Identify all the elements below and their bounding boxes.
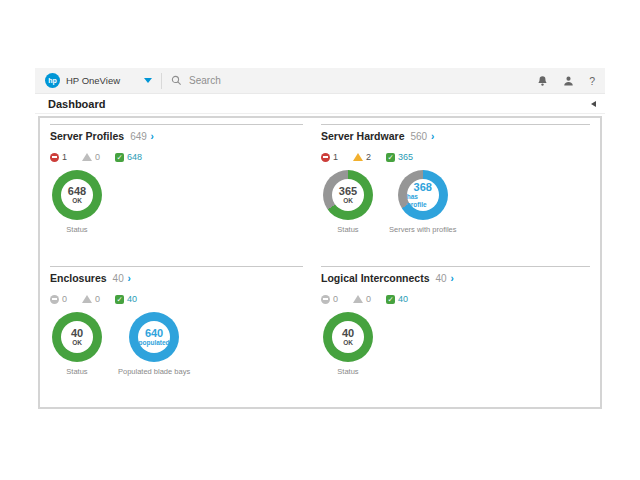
donut-value: 40 bbox=[342, 328, 354, 339]
panel-header: Logical Interconnects40 › bbox=[321, 272, 590, 284]
dashboard-content: Server Profiles649 ›10648648OKStatusServ… bbox=[38, 116, 602, 409]
donut-center: 40OK bbox=[61, 321, 93, 353]
help-icon[interactable]: ? bbox=[589, 75, 595, 87]
ok-status-count[interactable]: 40 bbox=[115, 294, 137, 304]
ok-icon bbox=[386, 153, 395, 162]
panel-title: Server Profiles bbox=[50, 130, 124, 142]
donut-caption: Status bbox=[66, 225, 87, 234]
donut-status: 40OKStatus bbox=[52, 312, 102, 376]
donut-chart[interactable]: 40OK bbox=[323, 312, 373, 362]
panel-donuts: 648OKStatus bbox=[50, 170, 303, 234]
donut-caption: Populated blade bays bbox=[118, 367, 190, 376]
donut-chart[interactable]: 648OK bbox=[52, 170, 102, 220]
donut-chart[interactable]: 640populated bbox=[129, 312, 179, 362]
warning-icon bbox=[82, 295, 92, 303]
panel-count-link[interactable]: 560 › bbox=[410, 131, 434, 142]
page-title: Dashboard bbox=[48, 98, 105, 110]
warning-status-count[interactable]: 2 bbox=[353, 152, 371, 162]
error-status-count[interactable]: 0 bbox=[50, 294, 67, 304]
ok-status-count[interactable]: 40 bbox=[386, 294, 408, 304]
panel-server-profiles: Server Profiles649 ›10648648OKStatus bbox=[50, 124, 303, 266]
panel-server-hardware: Server Hardware560 ›12365365OKStatus368h… bbox=[321, 124, 590, 266]
more-arrow-icon: › bbox=[128, 273, 131, 284]
search-bar[interactable] bbox=[171, 74, 525, 87]
more-arrow-icon: › bbox=[450, 273, 453, 284]
donut-value: 368 bbox=[414, 182, 432, 193]
error-icon bbox=[321, 295, 330, 304]
search-icon bbox=[171, 75, 182, 86]
status-count-value: 0 bbox=[95, 152, 100, 162]
panel-header: Server Hardware560 › bbox=[321, 130, 590, 142]
donut-sub-label: populated bbox=[139, 339, 170, 347]
panel-donuts: 40OKStatus bbox=[321, 312, 590, 376]
search-input[interactable] bbox=[187, 74, 525, 87]
donut-value: 640 bbox=[145, 328, 163, 339]
brand-label: HP OneView bbox=[66, 75, 120, 86]
panel-enclosures: Enclosures40 ›004040OKStatus640populated… bbox=[50, 266, 303, 407]
donut-value: 648 bbox=[68, 186, 86, 197]
warning-status-count[interactable]: 0 bbox=[82, 294, 100, 304]
warning-status-count[interactable]: 0 bbox=[82, 152, 100, 162]
panel-count-link[interactable]: 40 › bbox=[113, 273, 131, 284]
bell-icon[interactable] bbox=[537, 75, 548, 87]
donut-sub-label: has profile bbox=[407, 193, 439, 209]
panel-donuts: 40OKStatus640populatedPopulated blade ba… bbox=[50, 312, 303, 376]
donut-chart[interactable]: 40OK bbox=[52, 312, 102, 362]
panel-count-link[interactable]: 649 › bbox=[130, 131, 154, 142]
status-count-value: 0 bbox=[333, 294, 338, 304]
panel-title: Logical Interconnects bbox=[321, 272, 430, 284]
ok-status-count[interactable]: 365 bbox=[386, 152, 413, 162]
error-status-count[interactable]: 1 bbox=[321, 152, 338, 162]
top-navigation-bar: hp HP OneView ? bbox=[35, 68, 605, 94]
panel-logical-interconnects: Logical Interconnects40 ›004040OKStatus bbox=[321, 266, 590, 407]
ok-icon bbox=[386, 295, 395, 304]
donut-caption: Status bbox=[66, 367, 87, 376]
warning-status-count[interactable]: 0 bbox=[353, 294, 371, 304]
status-count-value: 0 bbox=[62, 294, 67, 304]
error-status-count[interactable]: 0 bbox=[321, 294, 338, 304]
hp-logo-icon: hp bbox=[45, 73, 60, 88]
donut-value: 40 bbox=[71, 328, 83, 339]
donut-caption: Status bbox=[337, 225, 358, 234]
ok-status-count[interactable]: 648 bbox=[115, 152, 142, 162]
app-window: hp HP OneView ? Dashboard Server Pr bbox=[35, 68, 605, 415]
donut-status: 40OKStatus bbox=[323, 312, 373, 376]
panel-donuts: 365OKStatus368has profileServers with pr… bbox=[321, 170, 590, 234]
topbar-actions: ? bbox=[537, 75, 595, 87]
status-count-value: 2 bbox=[366, 152, 371, 162]
page-header: Dashboard bbox=[35, 94, 605, 114]
warning-icon bbox=[82, 153, 92, 161]
donut-status: 648OKStatus bbox=[52, 170, 102, 234]
error-icon bbox=[50, 295, 59, 304]
panel-header: Server Profiles649 › bbox=[50, 130, 303, 142]
user-icon[interactable] bbox=[563, 75, 574, 87]
collapse-panel-icon[interactable] bbox=[591, 101, 596, 107]
status-count-value: 40 bbox=[127, 294, 137, 304]
chevron-down-icon[interactable] bbox=[144, 78, 152, 83]
panel-status-counts: 0040 bbox=[321, 294, 590, 304]
donut-sub-label: OK bbox=[72, 339, 82, 347]
topbar-divider bbox=[161, 73, 162, 89]
status-count-value: 365 bbox=[398, 152, 413, 162]
status-count-value: 648 bbox=[127, 152, 142, 162]
donut-populated-blade-bays: 640populatedPopulated blade bays bbox=[118, 312, 190, 376]
panel-count-link[interactable]: 40 › bbox=[436, 273, 454, 284]
donut-center: 40OK bbox=[332, 321, 364, 353]
status-count-value: 1 bbox=[62, 152, 67, 162]
status-count-value: 0 bbox=[366, 294, 371, 304]
donut-center: 648OK bbox=[61, 179, 93, 211]
ok-icon bbox=[115, 295, 124, 304]
donut-chart[interactable]: 365OK bbox=[323, 170, 373, 220]
ok-icon bbox=[115, 153, 124, 162]
more-arrow-icon: › bbox=[431, 131, 434, 142]
donut-sub-label: OK bbox=[72, 197, 82, 205]
panel-status-counts: 12365 bbox=[321, 152, 590, 162]
error-status-count[interactable]: 1 bbox=[50, 152, 67, 162]
donut-center: 368has profile bbox=[407, 179, 439, 211]
donut-caption: Servers with profiles bbox=[389, 225, 457, 234]
panel-title: Server Hardware bbox=[321, 130, 404, 142]
donut-sub-label: OK bbox=[343, 197, 353, 205]
warning-icon bbox=[353, 295, 363, 303]
donut-sub-label: OK bbox=[343, 339, 353, 347]
donut-chart[interactable]: 368has profile bbox=[398, 170, 448, 220]
